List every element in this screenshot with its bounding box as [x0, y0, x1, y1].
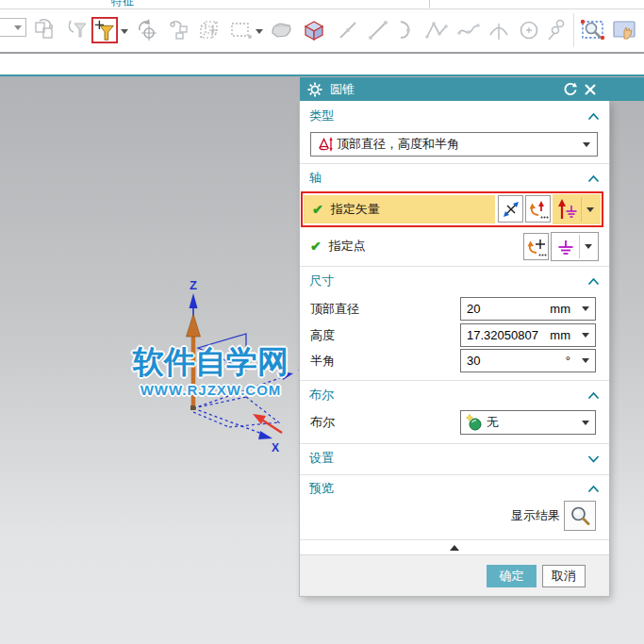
inferred-point-icon — [552, 236, 579, 258]
chevron-down-icon[interactable] — [582, 306, 589, 311]
dialog-collapse-bar[interactable] — [300, 540, 609, 554]
origin-marker — [190, 405, 195, 410]
chevron-up-icon[interactable] — [587, 112, 600, 121]
shaded-solid-icon[interactable] — [269, 16, 295, 44]
specify-vector-label: 指定矢量 — [331, 201, 380, 218]
chevron-up-icon[interactable] — [587, 485, 600, 493]
wcs-triad-and-cone-preview: Z Y X — [123, 264, 311, 471]
half-angle-input[interactable]: 30 ° — [460, 349, 596, 372]
spline-icon[interactable] — [455, 16, 482, 44]
section-header-preview[interactable]: 预览 — [309, 479, 600, 498]
chevron-down-icon[interactable] — [121, 29, 128, 34]
toolbar-separator — [573, 13, 574, 47]
chevron-down-icon[interactable] — [587, 454, 600, 463]
vector-constructor-button[interactable] — [525, 195, 551, 223]
cone-type-value: 顶部直径，高度和半角 — [337, 136, 459, 153]
interpart-copy-icon[interactable] — [32, 16, 58, 44]
chevron-up-icon[interactable] — [587, 391, 600, 400]
line-endpoints-icon[interactable] — [365, 16, 391, 44]
viewport-top-border — [0, 74, 644, 76]
boolean-label: 布尔 — [310, 410, 335, 435]
section-header-type[interactable]: 类型 — [309, 107, 600, 125]
cone-type-dropdown[interactable]: 顶部直径，高度和半角 — [310, 132, 598, 157]
ok-button[interactable]: 确定 — [487, 565, 537, 587]
pan-view-icon[interactable] — [612, 16, 638, 44]
vector-type-dropdown[interactable] — [553, 194, 601, 224]
selection-type-combo[interactable] — [0, 18, 26, 37]
specify-vector-row[interactable]: ✔ 指定矢量 — [304, 195, 495, 223]
chevron-up-icon[interactable] — [587, 277, 600, 286]
dialog-title: 圆锥 — [330, 81, 355, 98]
arc-icon[interactable] — [393, 16, 420, 44]
vector-dialog-icon — [502, 200, 520, 219]
boolean-none-icon — [466, 414, 483, 431]
section-header-boolean[interactable]: 布尔 — [309, 386, 600, 405]
y-axis-arrowhead — [281, 372, 293, 380]
dialog-titlebar[interactable]: 圆锥 — [300, 77, 644, 101]
tab-features[interactable]: 特征 — [111, 0, 134, 9]
circle-center-icon[interactable] — [516, 16, 542, 44]
arc-3point-icon[interactable] — [486, 16, 512, 44]
point-type-dropdown[interactable] — [551, 232, 599, 261]
specify-point-row[interactable]: ✔ 指定点 — [300, 232, 609, 260]
vector-dialog-button[interactable] — [498, 195, 523, 223]
point-constructor-button[interactable] — [523, 233, 549, 260]
top-diameter-unit: mm — [550, 298, 570, 320]
filter-reset-icon[interactable] — [64, 16, 91, 44]
point-pair-icon[interactable] — [544, 16, 570, 44]
chevron-down-icon[interactable] — [582, 333, 589, 338]
chevron-up-icon[interactable] — [587, 174, 600, 183]
chevron-down-icon — [585, 244, 592, 249]
top-diameter-input[interactable]: 20 mm — [460, 297, 596, 321]
point-constructor-icon — [526, 237, 547, 257]
check-icon: ✔ — [312, 202, 323, 217]
boolean-dropdown[interactable]: 无 — [460, 410, 596, 435]
collapse-arrow-icon — [450, 545, 459, 551]
show-result-label: 显示结果 — [511, 501, 560, 531]
section-header-axis[interactable]: 轴 — [309, 169, 600, 188]
ribbon-tab-strip: 特征 — [0, 0, 644, 9]
section-header-settings[interactable]: 设置 — [309, 449, 600, 468]
line-icon[interactable] — [335, 16, 361, 44]
snap-point-icon[interactable] — [134, 16, 160, 44]
cancel-button[interactable]: 取消 — [542, 565, 586, 587]
annotation-arrow-head — [253, 414, 266, 424]
marquee-select-icon[interactable] — [228, 16, 255, 44]
z-axis-arrowhead — [190, 293, 198, 308]
half-angle-label: 半角 — [310, 349, 335, 372]
chevron-down-icon[interactable] — [582, 358, 589, 363]
bounding-cube-icon[interactable] — [196, 16, 223, 44]
section-header-dimensions[interactable]: 尺寸 — [309, 272, 600, 290]
check-icon: ✔ — [310, 239, 322, 254]
chevron-down-icon[interactable] — [256, 29, 263, 34]
tab-divider — [429, 0, 430, 8]
height-value[interactable]: 17.32050807 — [467, 324, 538, 346]
chevron-down-icon — [583, 142, 590, 147]
gear-icon — [307, 82, 322, 97]
inferred-vector-icon — [553, 197, 581, 222]
specify-point-label: 指定点 — [329, 238, 366, 255]
half-angle-value[interactable]: 30 — [467, 350, 480, 372]
datum-cube-icon[interactable] — [301, 16, 327, 44]
z-axis-label: Z — [190, 278, 197, 292]
cone-dialog: 类型 顶部直径，高度和半角 轴 ✔ 指定矢量 — [300, 101, 609, 596]
dialog-footer: 确定 取消 — [300, 554, 609, 596]
half-angle-unit: ° — [566, 350, 570, 372]
polyline-icon[interactable] — [423, 16, 450, 44]
chevron-down-icon — [14, 25, 22, 30]
reset-button[interactable] — [563, 82, 577, 96]
cone-type-icon — [316, 136, 333, 153]
top-diameter-label: 顶部直径 — [310, 297, 359, 321]
top-diameter-value[interactable]: 20 — [467, 298, 480, 320]
selection-filter-icon[interactable] — [91, 16, 118, 44]
x-axis-arrowhead — [258, 431, 272, 439]
zoom-region-icon[interactable] — [580, 16, 606, 44]
specified-vector-arrowhead — [187, 314, 201, 337]
show-result-button[interactable] — [564, 501, 596, 531]
height-input[interactable]: 17.32050807 mm — [460, 323, 596, 347]
highlight-rectangle: ✔ 指定矢量 — [301, 191, 603, 227]
sequence-chain-icon[interactable] — [166, 16, 192, 44]
x-axis-label: X — [272, 441, 279, 454]
close-icon[interactable] — [584, 83, 597, 96]
chevron-down-icon — [586, 207, 594, 212]
